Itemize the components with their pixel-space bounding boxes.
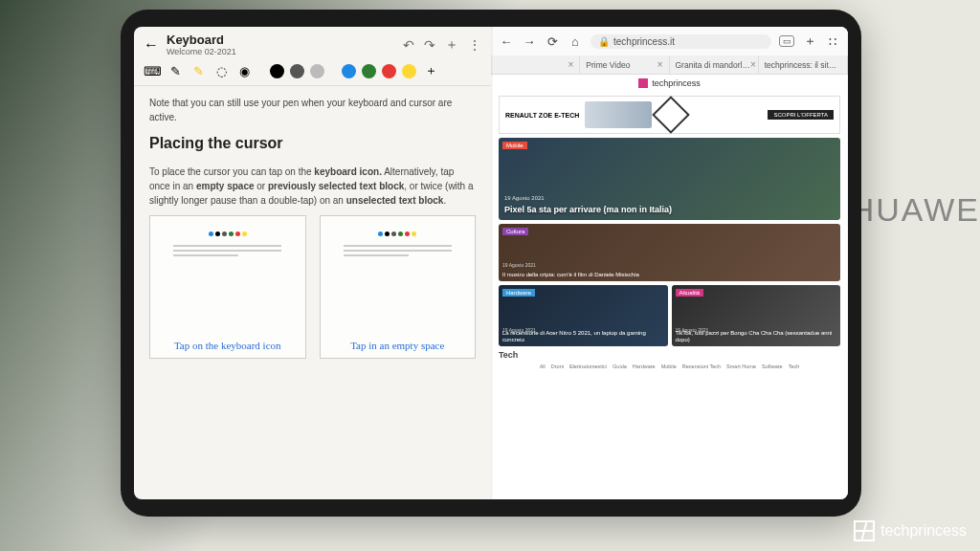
tab-techprincess[interactable]: techprincess: il sit… [759,55,848,74]
notes-app-pane: ← Keyboard Welcome 02-2021 ↶ ↷ ＋ ⋮ ⌨ ✎ ✎… [134,27,491,499]
cat-link[interactable]: Software [762,364,783,369]
category-bar: All Droni Elettrodomestici Guida Hardwar… [499,360,840,371]
tabs-icon[interactable]: ▭ [779,35,794,47]
lock-icon: 🔒 [598,36,610,47]
cat-link[interactable]: Hardware [633,364,656,369]
close-icon[interactable]: × [568,59,573,70]
note-paragraph: To place the cursor you can tap on the k… [149,165,476,208]
category-tag: Attualità [676,289,704,297]
keyboard-icon[interactable]: ⌨ [144,62,161,79]
browser-toolbar: ← → ⟳ ⌂ 🔒 techprincess.it ▭ ＋ ∷ [491,27,848,55]
lasso-tool-icon[interactable]: ◉ [235,62,253,79]
color-gray[interactable] [310,64,324,78]
color-yellow[interactable] [402,64,416,78]
ad-image [585,101,652,128]
redo-icon[interactable]: ↷ [424,37,435,53]
note-heading: Placing the cursor [149,132,476,155]
new-tab-icon[interactable]: ＋ [802,33,817,50]
address-bar[interactable]: 🔒 techprincess.it [590,34,771,49]
article-title: Pixel 5a sta per arrivare (ma non in Ita… [504,205,835,214]
ad-cta-button[interactable]: SCOPRI L'OFFERTA [768,110,834,120]
watermark: techprincess [854,520,967,541]
notes-header: ← Keyboard Welcome 02-2021 ↶ ↷ ＋ ⋮ [134,27,491,58]
article-tile-2[interactable]: Attualità 19 Agosto 2021 TikTok, tutti p… [672,285,841,346]
tab-strip: × Prime Video× Granita di mandorl…× tech… [491,55,848,75]
color-green[interactable] [362,64,376,78]
article-title: Il mostro della cripta: com'è il film di… [502,272,836,278]
article-title: La recensione di Acer Nitro 5 2021, un l… [502,330,664,343]
pen-tool-icon[interactable]: ✎ [167,62,184,79]
undo-icon[interactable]: ↶ [403,37,414,53]
tablet-device: ← Keyboard Welcome 02-2021 ↶ ↷ ＋ ⋮ ⌨ ✎ ✎… [121,10,861,517]
note-content[interactable]: Note that you can still use your pen whe… [134,86,491,499]
article-feed[interactable]: Mobile 19 Agosto 2021 Pixel 5a sta per a… [491,138,848,499]
cat-link[interactable]: Tech [789,364,800,369]
add-icon[interactable]: ＋ [445,36,458,54]
browser-pane: ← → ⟳ ⌂ 🔒 techprincess.it ▭ ＋ ∷ × Prime … [491,27,848,499]
highlighter-tool-icon[interactable]: ✎ [189,62,207,79]
note-subtitle: Welcome 02-2021 [167,47,395,56]
background-brand-text: HUAWE [851,191,980,229]
back-icon[interactable]: ← [144,36,159,54]
article-tile-1[interactable]: Hardware 19 Agosto 2021 La recensione di… [499,285,668,346]
article-date: 19 Agosto 2021 [502,262,536,268]
category-tag: Hardware [502,289,535,297]
url-text: techprincess.it [613,36,675,47]
article-title: TikTok, tutti pazzi per Bongo Cha Cha Ch… [676,330,837,343]
illustration-card-1: Tap on the keyboard icon [149,215,306,359]
hero-article[interactable]: Mobile 19 Agosto 2021 Pixel 5a sta per a… [499,138,840,220]
renault-logo-icon [652,96,690,134]
browser-forward-icon[interactable]: → [522,34,537,49]
cat-link[interactable]: Smart Home [726,364,756,369]
note-title: Keyboard [167,33,395,47]
color-darkgray[interactable] [290,64,304,78]
tab-empty[interactable]: × [491,55,580,74]
browser-reload-icon[interactable]: ⟳ [545,34,560,49]
screen-hinge [491,27,493,499]
color-red[interactable] [382,64,396,78]
cat-link[interactable]: Mobile [661,364,677,369]
browser-home-icon[interactable]: ⌂ [568,34,583,49]
card-1-caption: Tap on the keyboard icon [174,339,281,352]
ad-title: RENAULT ZOE E-TECH [505,112,579,119]
watermark-text: techprincess [880,522,967,540]
cat-link[interactable]: All [540,364,546,369]
add-color-icon[interactable]: ＋ [422,62,439,79]
mid-article[interactable]: Cultura 19 Agosto 2021 Il mostro della c… [499,224,840,281]
more-icon[interactable]: ⋮ [468,37,481,53]
close-icon[interactable]: × [750,59,756,70]
color-blue[interactable] [342,64,356,78]
category-tag: Mobile [502,142,527,149]
notes-toolbar: ⌨ ✎ ✎ ◌ ◉ ＋ [134,58,491,86]
ad-banner[interactable]: RENAULT ZOE E-TECH SCOPRI L'OFFERTA [499,96,840,134]
site-name: techprincess [652,78,701,88]
tablet-screen: ← Keyboard Welcome 02-2021 ↶ ↷ ＋ ⋮ ⌨ ✎ ✎… [134,27,848,499]
site-header: techprincess [491,75,848,92]
cat-link[interactable]: Droni [551,364,564,369]
cat-link[interactable]: Elettrodomestici [569,364,607,369]
category-tag: Cultura [502,228,528,235]
card-2-caption: Tap in an empty space [350,339,444,352]
tab-prime-video[interactable]: Prime Video× [580,55,669,74]
watermark-logo-icon [854,520,875,541]
browser-menu-icon[interactable]: ∷ [825,34,840,49]
cat-link[interactable]: Guida [612,364,627,369]
close-icon[interactable]: × [657,59,663,70]
illustration-card-2: Tap in an empty space [320,215,477,359]
tab-granita[interactable]: Granita di mandorl…× [670,55,759,74]
eraser-tool-icon[interactable]: ◌ [212,62,230,79]
color-black[interactable] [270,64,284,78]
section-label: Tech [499,350,840,360]
article-date: 19 Agosto 2021 [504,195,545,201]
browser-back-icon[interactable]: ← [499,34,514,49]
site-logo-icon [638,78,648,88]
cat-link[interactable]: Recensioni Tech [682,364,721,369]
note-intro: Note that you can still use your pen whe… [149,96,476,124]
